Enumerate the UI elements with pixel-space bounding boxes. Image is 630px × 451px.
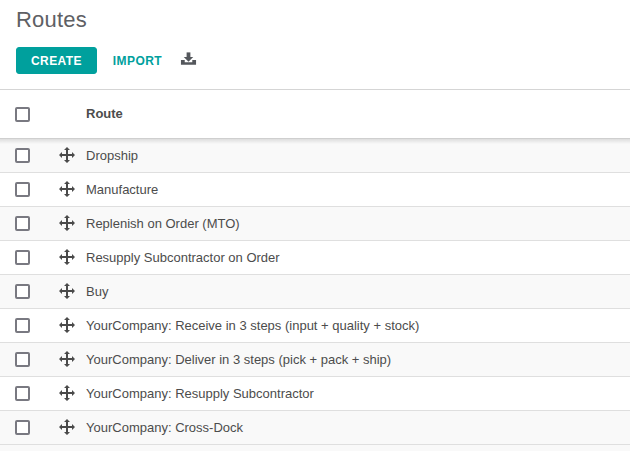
create-button[interactable]: CREATE (16, 47, 97, 74)
route-name: YourCompany: Cross-Dock (86, 420, 630, 435)
table-row[interactable]: YourCompany: Deliver in 3 steps (pick + … (0, 342, 630, 376)
route-name: YourCompany: Resupply Subcontractor (86, 386, 630, 401)
column-header-route[interactable]: Route (86, 90, 630, 138)
move-drag-handle-icon[interactable] (59, 317, 75, 333)
routes-page: Routes CREATE IMPORT Route (0, 0, 630, 451)
row-checkbox[interactable] (15, 318, 30, 333)
table-row[interactable]: YourCompany: Cross-Dock (0, 410, 630, 444)
route-name: YourCompany: Receive in 3 steps (input +… (86, 318, 630, 333)
row-checkbox[interactable] (15, 352, 30, 367)
table-row[interactable]: Manufacture (0, 172, 630, 206)
move-drag-handle-icon[interactable] (59, 419, 75, 435)
move-drag-handle-icon[interactable] (59, 181, 75, 197)
route-name: Resupply Subcontractor on Order (86, 250, 630, 265)
table-row[interactable]: YourCompany: Receive in 3 steps (input +… (0, 308, 630, 342)
table-row[interactable]: Buy (0, 274, 630, 308)
row-checkbox[interactable] (15, 284, 30, 299)
route-name: Manufacture (86, 182, 630, 197)
table-row[interactable] (0, 444, 630, 451)
row-checkbox[interactable] (15, 216, 30, 231)
row-checkbox[interactable] (15, 386, 30, 401)
route-name: YourCompany: Deliver in 3 steps (pick + … (86, 352, 630, 367)
export-button[interactable] (180, 52, 197, 70)
route-name: Replenish on Order (MTO) (86, 216, 630, 231)
row-checkbox[interactable] (15, 148, 30, 163)
move-drag-handle-icon[interactable] (59, 385, 75, 401)
table-row[interactable]: YourCompany: Resupply Subcontractor (0, 376, 630, 410)
row-checkbox[interactable] (15, 182, 30, 197)
table-row[interactable]: Dropship (0, 138, 630, 172)
move-drag-handle-icon[interactable] (59, 249, 75, 265)
route-name: Buy (86, 284, 630, 299)
import-button[interactable]: IMPORT (113, 54, 162, 68)
move-drag-handle-icon[interactable] (59, 147, 75, 163)
routes-list: Route Dropship Manufacture (0, 89, 630, 451)
row-checkbox[interactable] (15, 250, 30, 265)
move-drag-handle-icon[interactable] (59, 215, 75, 231)
page-title: Routes (16, 7, 630, 33)
control-panel: CREATE IMPORT (16, 47, 614, 74)
table-row[interactable]: Replenish on Order (MTO) (0, 206, 630, 240)
table-header-row: Route (0, 90, 630, 138)
handle-column-header (48, 90, 86, 138)
route-name: Dropship (86, 148, 630, 163)
move-drag-handle-icon[interactable] (59, 351, 75, 367)
move-drag-handle-icon[interactable] (59, 283, 75, 299)
table-row[interactable]: Resupply Subcontractor on Order (0, 240, 630, 274)
row-checkbox[interactable] (15, 420, 30, 435)
select-all-checkbox[interactable] (15, 107, 30, 122)
download-icon (180, 51, 197, 70)
